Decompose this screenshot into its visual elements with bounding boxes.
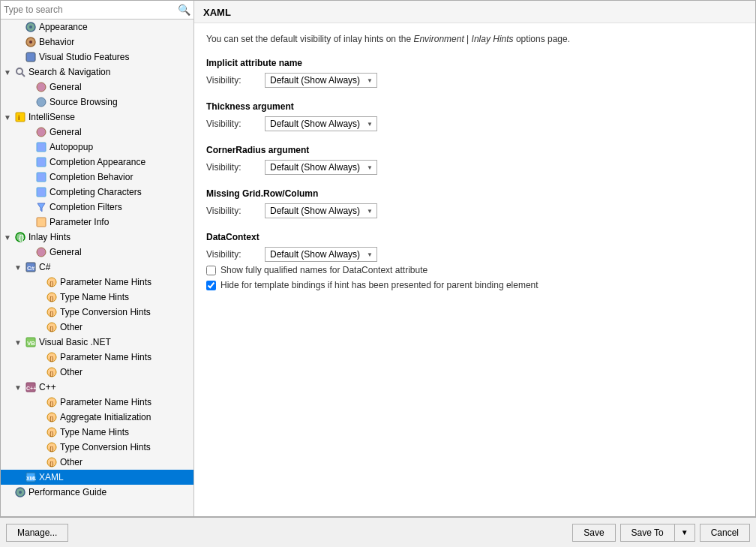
vs-features-icon — [25, 51, 37, 63]
tree-item-completing-chars[interactable]: Completing Characters — [1, 185, 194, 200]
param-hints-vb-icon: {} — [46, 351, 58, 363]
checkbox-hide-template[interactable] — [206, 281, 216, 290]
tree-item-vs-features[interactable]: Visual Studio Features — [1, 50, 194, 65]
arrow-vb-net: ▼ — [14, 338, 25, 347]
tree-item-csharp[interactable]: ▼ C# C# — [1, 260, 194, 275]
tree-item-other-vb[interactable]: {} Other — [1, 365, 194, 380]
svg-text:{}: {} — [50, 280, 54, 287]
tree-label-type-conv-cs: Type Conversion Hints — [60, 307, 151, 317]
tree-item-general-is[interactable]: General — [1, 125, 194, 140]
tree-item-source-browsing[interactable]: Source Browsing — [1, 95, 194, 110]
checkbox-show-qualified[interactable] — [206, 266, 216, 275]
general-sn-icon — [35, 81, 47, 93]
arrow-intellisense: ▼ — [4, 113, 14, 122]
tree-label-general-is: General — [50, 127, 82, 137]
tree-item-param-hints-vb[interactable]: {} Parameter Name Hints — [1, 350, 194, 365]
tree-item-general-sn[interactable]: General — [1, 80, 194, 95]
tree-label-autopopup: Autopopup — [50, 142, 93, 152]
svg-line-6 — [22, 74, 25, 77]
tree-item-aggregate-init[interactable]: {} Aggregate Initialization — [1, 410, 194, 425]
performance-guide-icon — [14, 486, 26, 498]
inlay-hints-icon: {} — [14, 231, 26, 243]
param-hints-cpp-icon: {} — [46, 396, 58, 408]
save-to-arrow-button[interactable]: ▼ — [675, 524, 694, 541]
save-to-wrap: Save To ▼ — [620, 524, 695, 542]
right-header: XAML — [194, 1, 755, 23]
search-icon: 🔍 — [178, 4, 190, 16]
search-box-container: 🔍 — [1, 1, 194, 20]
manage-button[interactable]: Manage... — [6, 524, 68, 542]
visibility-select-thickness-arg[interactable]: Default (Show Always) Show Always Never … — [265, 116, 377, 131]
visibility-select-implicit-attr[interactable]: Default (Show Always) Show Always Never … — [265, 73, 377, 88]
label-show-qualified[interactable]: Show fully qualified names for DataConte… — [220, 265, 428, 275]
arrow-csharp: ▼ — [14, 263, 25, 272]
description-end: options page. — [514, 34, 570, 44]
tree-item-param-hints-cs[interactable]: {} Parameter Name Hints — [1, 275, 194, 290]
tree-item-inlay-hints[interactable]: ▼ {} Inlay Hints — [1, 230, 194, 245]
svg-text:{}: {} — [50, 355, 54, 362]
svg-text:{}: {} — [50, 415, 54, 422]
tree-item-cpp[interactable]: ▼ C++ C++ — [1, 380, 194, 395]
tree-item-completion-appearance[interactable]: Completion Appearance — [1, 155, 194, 170]
visibility-label-missing-grid: Visibility: — [206, 206, 259, 216]
tree-item-general-ih[interactable]: General — [1, 245, 194, 260]
svg-point-52 — [19, 491, 22, 494]
tree-item-type-name-cpp[interactable]: {} Type Name Hints — [1, 425, 194, 440]
type-conv-cs-icon: {} — [46, 306, 58, 318]
tree-item-completion-filters[interactable]: Completion Filters — [1, 200, 194, 215]
tree-label-other-cpp: Other — [60, 457, 82, 467]
visibility-select-datacontext[interactable]: Default (Show Always) Show Always Never … — [265, 247, 377, 262]
tree-item-intellisense[interactable]: ▼ i IntelliSense — [1, 110, 194, 125]
xaml-icon: XML — [25, 471, 37, 483]
tree-item-vb-net[interactable]: ▼ VB Visual Basic .NET — [1, 335, 194, 350]
save-to-button[interactable]: Save To — [621, 524, 675, 541]
label-hide-template[interactable]: Hide for template bindings if hint has b… — [220, 280, 538, 290]
section-title-corner-radius: CornerRadius argument — [206, 145, 743, 155]
svg-rect-15 — [37, 188, 46, 197]
svg-text:{}: {} — [50, 295, 54, 302]
tree-label-completing-chars: Completing Characters — [50, 187, 142, 197]
svg-text:{}: {} — [50, 325, 54, 332]
svg-rect-9 — [16, 113, 25, 122]
search-input[interactable] — [4, 5, 175, 15]
tree-item-completion-behavior[interactable]: Completion Behavior — [1, 170, 194, 185]
tree-item-parameter-info[interactable]: Parameter Info — [1, 215, 194, 230]
tree-label-appearance: Appearance — [39, 22, 88, 32]
tree-label-performance-guide: Performance Guide — [28, 487, 106, 497]
tree-item-behavior[interactable]: Behavior — [1, 35, 194, 50]
visibility-select-missing-grid[interactable]: Default (Show Always) Show Always Never … — [265, 203, 377, 218]
general-is-icon — [35, 126, 47, 138]
tree-label-general-ih: General — [50, 247, 82, 257]
tree-label-vs-features: Visual Studio Features — [39, 52, 130, 62]
svg-text:{}: {} — [50, 400, 54, 407]
tree-item-search-nav[interactable]: ▼ Search & Navigation — [1, 65, 194, 80]
tree-label-xaml: XAML — [39, 472, 64, 482]
section-implicit-attr: Implicit attribute name Visibility: Defa… — [206, 58, 743, 88]
type-name-cs-icon: {} — [46, 291, 58, 303]
completing-chars-icon — [35, 186, 47, 198]
tree-item-other-cpp[interactable]: {} Other — [1, 455, 194, 470]
tree-item-performance-guide[interactable]: Performance Guide — [1, 485, 194, 500]
tree-label-completion-behavior: Completion Behavior — [50, 172, 133, 182]
tree-label-search-nav: Search & Navigation — [28, 67, 110, 77]
tree-item-other-cs[interactable]: {} Other — [1, 320, 194, 335]
tree-item-param-hints-cpp[interactable]: {} Parameter Name Hints — [1, 395, 194, 410]
visibility-row-corner-radius: Visibility: Default (Show Always) Show A… — [206, 160, 743, 175]
save-button[interactable]: Save — [572, 524, 615, 542]
tree-item-autopopup[interactable]: Autopopup — [1, 140, 194, 155]
description-text-start: You can set the default visibility of in… — [206, 34, 411, 44]
tree-label-completion-filters: Completion Filters — [50, 202, 122, 212]
svg-marker-16 — [38, 203, 45, 212]
checkbox-row-show-qualified: Show fully qualified names for DataConte… — [206, 265, 743, 275]
tree-item-type-conv-cs[interactable]: {} Type Conversion Hints — [1, 305, 194, 320]
tree-label-param-hints-cpp: Parameter Name Hints — [60, 397, 152, 407]
tree-item-type-name-cs[interactable]: {} Type Name Hints — [1, 290, 194, 305]
cancel-button[interactable]: Cancel — [700, 524, 750, 542]
right-body: You can set the default visibility of in… — [194, 23, 755, 516]
svg-point-5 — [16, 68, 22, 74]
tree-item-type-conv-cpp[interactable]: {} Type Conversion Hints — [1, 440, 194, 455]
tree-item-xaml[interactable]: XML XAML — [1, 470, 194, 485]
svg-text:{}: {} — [50, 445, 54, 452]
visibility-select-corner-radius[interactable]: Default (Show Always) Show Always Never … — [265, 160, 377, 175]
tree-item-appearance[interactable]: Appearance — [1, 20, 194, 35]
